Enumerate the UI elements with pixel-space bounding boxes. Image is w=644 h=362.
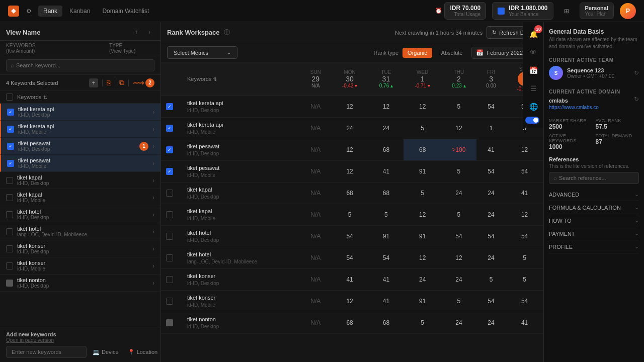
cell-3-2: 41 [368, 161, 404, 183]
tab-domain-watchlist[interactable]: Domain Watchlist [97, 6, 154, 17]
kw-chevron-10[interactable]: › [152, 280, 154, 287]
col-fri-3: FRI 3 0.00 [476, 62, 506, 96]
add-kw-input[interactable] [6, 346, 87, 358]
filter-icon[interactable]: ⟿ [133, 78, 144, 87]
kw-checkbox-9[interactable] [6, 262, 13, 269]
tab-rank[interactable]: Rank [38, 6, 62, 17]
kw-checkbox-10[interactable] [6, 280, 13, 287]
cell-1-0: N/A [300, 118, 331, 139]
refresh-domain-button[interactable]: ↻ [634, 96, 639, 103]
howto-section[interactable]: HOW TO ⌄ [549, 214, 639, 227]
payment-section[interactable]: PAYMENT ⌄ [549, 227, 639, 240]
cell-6-4: 54 [441, 226, 476, 247]
grid-icon[interactable]: ⊞ [559, 4, 574, 18]
advanced-section[interactable]: ADVANCED ⌄ [549, 188, 639, 201]
cell-9-3: 91 [404, 291, 441, 312]
cell-4-1: 68 [331, 183, 369, 204]
avg-rank-label: AVG. RANK [596, 118, 639, 123]
profile-section[interactable]: PROFILE ⌄ [549, 240, 639, 253]
list-item[interactable]: tiket konser id-ID, Desktop › [0, 240, 160, 257]
kw-checkbox-7[interactable] [6, 228, 13, 235]
workspace-info-icon[interactable]: ⓘ [224, 28, 230, 37]
location-button[interactable]: 📍 Location [125, 347, 161, 357]
formula-section[interactable]: FORMULA & CALCULATION ⌄ [549, 201, 639, 214]
kw-chevron-9[interactable]: › [152, 262, 154, 269]
kw-chevron-5[interactable]: › [152, 194, 154, 201]
kw-checkbox-0[interactable] [7, 109, 14, 116]
row-checkbox-3[interactable] [166, 168, 173, 175]
copy-icon[interactable]: ⧉ [119, 78, 124, 87]
cell-4-5: 24 [476, 183, 506, 204]
cell-5-5: 24 [476, 204, 506, 226]
col-wed-1: WED 1 -0.71 ▾ [404, 62, 441, 96]
cell-6-0: N/A [300, 226, 331, 247]
row-checkbox-10[interactable] [166, 319, 173, 326]
add-kw-sub[interactable]: Open in page version [6, 337, 154, 343]
kw-checkbox-3[interactable] [7, 160, 14, 167]
list-item[interactable]: tiket pesawat id-ID, Desktop 1 › [0, 138, 160, 155]
cell-1-4: 12 [441, 118, 476, 139]
select-all-checkbox[interactable] [6, 94, 13, 101]
right-panel: 🔔 10 👁 📅 ☰ 🌐 General Data Basis All data… [543, 22, 644, 362]
selected-bar: 4 Keywords Selected + ⎘ ⧉ ⟿ 2 [0, 75, 160, 91]
list-item[interactable]: tiket kereta api id-ID, Mobile › [0, 121, 160, 138]
list-item[interactable]: tiket konser id-ID, Mobile › [0, 257, 160, 275]
list-item[interactable]: tiket pesawat id-ID, Mobile › [0, 155, 160, 172]
list-item[interactable]: tiket hotel lang-LOC, DevId-ID, Mobileec… [0, 223, 160, 240]
refs-search-input[interactable] [559, 175, 634, 181]
row-checkbox-0[interactable] [166, 103, 173, 110]
list-item[interactable]: tiket kapal id-ID, Desktop › [0, 172, 160, 189]
kw-chevron-6[interactable]: › [152, 211, 154, 218]
kw-chevron-0[interactable]: › [152, 109, 154, 116]
navigate-right-icon[interactable]: › [144, 27, 154, 37]
add-selected-button[interactable]: + [89, 78, 98, 87]
refresh-team-button[interactable]: ↻ [634, 69, 639, 76]
device-button[interactable]: 💻 Device [90, 347, 122, 357]
row-checkbox-9[interactable] [166, 298, 173, 305]
row-checkbox-2[interactable] [166, 146, 173, 153]
kw-chevron-4[interactable]: › [152, 177, 154, 184]
kw-chevron-7[interactable]: › [152, 228, 154, 235]
kw-checkbox-6[interactable] [6, 211, 13, 218]
row-checkbox-7[interactable] [166, 254, 173, 261]
kw-checkbox-8[interactable] [6, 245, 13, 252]
row-kw-10: tiket nontonid-ID, Desktop [182, 312, 300, 334]
view-name-label: View Name [6, 29, 128, 36]
plan-chip[interactable]: Personal Your Plan [580, 3, 614, 19]
list-item[interactable]: tiket nonton id-ID, Desktop › [0, 275, 160, 292]
kw-checkbox-5[interactable] [6, 194, 13, 201]
row-checkbox-1[interactable] [166, 125, 173, 132]
user-avatar[interactable]: P [620, 3, 636, 19]
sidebar-header-icons: + › [131, 27, 154, 37]
row-checkbox-4[interactable] [166, 190, 173, 197]
list-item[interactable]: tiket hotel id-ID, Desktop › [0, 206, 160, 223]
row-checkbox-5[interactable] [166, 211, 173, 218]
cell-6-6: 54 [506, 226, 543, 247]
kw-chevron-1[interactable]: › [152, 126, 154, 133]
kw-chevron-2[interactable]: › [152, 143, 154, 150]
cell-3-5: 54 [476, 161, 506, 183]
select-metrics-button[interactable]: Select Metrics ⌄ [167, 46, 237, 59]
cell-5-4: 5 [441, 204, 476, 226]
tab-kanban[interactable]: Kanban [64, 6, 95, 17]
kw-info-10: tiket nonton id-ID, Desktop [17, 277, 150, 289]
list-item[interactable]: tiket kereta api id-ID, Desktop › [0, 104, 160, 121]
table-row: tiket kereta apiid-ID, Desktop N/A 12 12… [161, 96, 543, 118]
app-logo [8, 6, 19, 17]
row-checkbox-6[interactable] [166, 233, 173, 240]
row-kw-2: tiket pesawatid-ID, Desktop [182, 139, 300, 161]
kw-checkbox-1[interactable] [7, 126, 14, 133]
search-input[interactable] [16, 62, 150, 68]
add-view-button[interactable]: + [131, 27, 141, 37]
kw-chevron-8[interactable]: › [152, 245, 154, 252]
list-item[interactable]: tiket kapal id-ID, Mobile › [0, 189, 160, 206]
absolute-button[interactable]: Absolute [436, 48, 468, 58]
cell-7-2: 54 [368, 247, 404, 269]
kw-checkbox-2[interactable] [7, 143, 14, 150]
settings-icon[interactable]: ⚙ [23, 6, 34, 17]
kw-chevron-3[interactable]: › [152, 160, 154, 167]
organic-button[interactable]: Organic [403, 48, 432, 58]
kw-checkbox-4[interactable] [6, 177, 13, 184]
merge-icon[interactable]: ⎘ [107, 79, 111, 87]
row-checkbox-8[interactable] [166, 276, 173, 283]
